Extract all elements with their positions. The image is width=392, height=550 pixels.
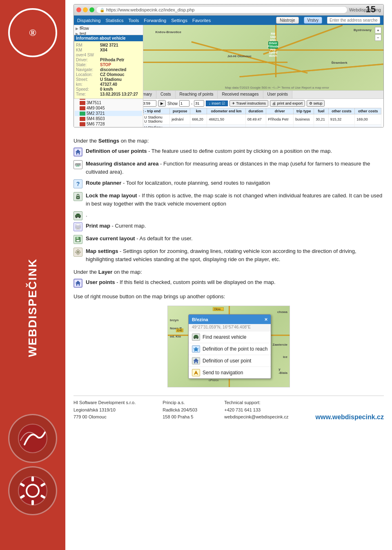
show-to-input[interactable] <box>194 100 204 107</box>
map-zoom-out[interactable]: − <box>375 34 381 41</box>
right-click-section: Use of right mouse button on the map bri… <box>74 293 384 387</box>
car-context-icon-svg <box>193 335 199 340</box>
vehicle-icon <box>80 112 85 116</box>
svg-rect-17 <box>76 165 77 167</box>
settings-section: Under the Settings on the map: Definitio… <box>74 138 384 263</box>
vrstvy-button[interactable]: Vrstvy <box>304 17 322 24</box>
find-vehicle-label: Find nearest vehicle <box>203 334 246 340</box>
ruler-icon <box>74 160 82 169</box>
map-zoom-in[interactable]: + <box>375 27 381 34</box>
nav-dispatching[interactable]: Dispatching <box>77 18 100 23</box>
vehicle-name: 5M2 3721 <box>87 111 105 116</box>
browser-close-btn[interactable] <box>76 7 81 12</box>
nastroje-button[interactable]: Nástroje <box>276 17 298 24</box>
vehicle-group-frow[interactable]: ▶ fRow <box>75 26 142 31</box>
city-label-stramberk: Štramberk <box>331 61 347 65</box>
vehicle-label: fRow <box>80 26 89 31</box>
nav-statistics[interactable]: Statistics <box>105 18 123 23</box>
list-item[interactable]: 5M4 8503 <box>75 116 142 121</box>
cell-purpose: jednání <box>170 125 190 127</box>
vehicle-icon <box>80 117 85 121</box>
show-from-input[interactable] <box>179 100 189 107</box>
tab-costs[interactable]: Costs <box>156 91 176 98</box>
nav-tools[interactable]: Tools <box>129 18 139 23</box>
browser-url-bar[interactable]: 🔒 https://www.webdispecink.cz/index_disp… <box>96 6 347 13</box>
address-search-input[interactable] <box>327 17 380 24</box>
bold-text: Measuring distance and area <box>86 161 158 167</box>
save-icon-svg <box>75 236 81 243</box>
nav-settings[interactable]: Settings <box>171 18 187 23</box>
road-h1 <box>143 49 383 51</box>
cell-km: 593,80 <box>190 125 207 127</box>
svg-marker-49 <box>194 358 198 363</box>
bold-text: Lock the map layout <box>86 192 137 199</box>
list-item[interactable]: 4M9 0045 <box>75 105 142 111</box>
context-item-def-point[interactable]: Definition of the point to reach <box>189 343 271 355</box>
page-number: 15 <box>366 4 376 15</box>
travel-btn[interactable]: ✈ Travel instructions <box>229 100 268 107</box>
feature-text-print-map: Print map - Current map. <box>86 222 146 230</box>
support-label: Technical support: <box>224 399 288 407</box>
info-label-street: Street: <box>76 77 98 82</box>
bold-text: Definition of user points <box>86 148 147 154</box>
layer-section-title: Under the Layer on the map: <box>74 269 384 275</box>
user-point-label: Definition of user point <box>203 358 251 364</box>
svg-point-47 <box>197 338 198 339</box>
city-label-kneov: Kněov-Bravotice <box>155 30 181 34</box>
browser-min-btn[interactable] <box>83 7 88 12</box>
nav-favorites[interactable]: Favorites <box>192 18 211 23</box>
tab-reaching-points[interactable]: Reaching of points <box>176 91 218 98</box>
logo-r: ® <box>29 27 36 38</box>
map-area[interactable]: Kněov-Bravotice Bystrovany Jet-Hi Olomou… <box>143 25 383 90</box>
vehicle-name: 5M4 8503 <box>87 116 105 121</box>
cell-fuel: 30,21 <box>314 114 328 125</box>
print-export-btn[interactable]: 🖨 print and export <box>270 100 305 107</box>
context-item-find-vehicle[interactable]: Find nearest vehicle <box>189 331 271 343</box>
info-val-driver: Příhoda Petr <box>100 58 124 62</box>
vehicle-icon <box>80 122 85 126</box>
bold-text: User points <box>86 279 115 285</box>
list-item[interactable]: 5M6 7728 <box>75 121 142 127</box>
svg-rect-33 <box>78 237 79 239</box>
svg-rect-6 <box>31 500 34 505</box>
feature-desc: - The feature used to define custom poin… <box>148 148 332 154</box>
settings-section-title: Under the Settings on the map: <box>74 138 384 144</box>
list-item[interactable]: 5M2 3721 <box>75 111 142 116</box>
insert-btn[interactable]: ↓ insert ☑ <box>206 101 228 106</box>
context-menu-container: chowa Zawiercie ice y-Biala Nowa R od. K… <box>74 306 384 387</box>
tab-user-points[interactable]: User points <box>263 91 293 98</box>
nav-forwarding[interactable]: Forwarding <box>144 18 166 23</box>
feature-desc: - Tool for localization, route planning,… <box>123 180 270 186</box>
pin-icon-svg <box>193 346 199 352</box>
context-item-user-point[interactable]: Definition of user point <box>189 355 271 367</box>
popup-coords: 49°27'31.059"N, 16°57'46.408"E <box>189 324 271 331</box>
col-odometer: odometer end km <box>207 108 245 114</box>
show-label: Show <box>167 101 178 106</box>
feature-text-user-points-layer: User points - If this field is checked, … <box>86 278 276 286</box>
ctx-city-biala: y-Biala <box>278 367 287 375</box>
context-item-navigation[interactable]: Send to navigation <box>189 367 271 378</box>
svg-rect-19 <box>78 165 79 167</box>
next-btn[interactable]: ▶ <box>158 100 166 107</box>
footer: HI Software Development s.r.o. Legionářs… <box>74 396 384 421</box>
company-address: Legionářská 1319/10 <box>74 407 136 414</box>
browser-max-btn[interactable] <box>89 7 94 12</box>
footer-support: Technical support: +420 731 641 133 webd… <box>224 399 288 421</box>
cell-other: 915,32 <box>328 114 355 125</box>
settings-rest: on the map: <box>121 138 149 144</box>
popup-close-btn[interactable]: × <box>265 316 268 322</box>
list-item[interactable]: 3M7511 <box>75 100 142 105</box>
tab-received-msgs[interactable]: Received messages <box>218 91 263 98</box>
feature-lock-map: Lock the map layout - If this option is … <box>74 192 384 208</box>
cell-other2: 169,00 <box>355 114 381 125</box>
feature-measuring: Measuring distance and area - Function f… <box>74 160 384 176</box>
bold-text: Map settings <box>86 248 118 254</box>
setup-btn[interactable]: ⚙ setup <box>307 100 325 107</box>
print-icon-svg <box>75 224 81 230</box>
footer-website[interactable]: www.webdispecink.cz <box>316 414 384 421</box>
svg-rect-37 <box>78 254 78 255</box>
settings-bold: Settings <box>98 138 119 144</box>
info-label-speed: Speed: <box>76 87 98 92</box>
dispatching-bar: Dispatching Statistics Tools Forwarding … <box>74 16 383 25</box>
info-val-time: 13.02.2015 13:27:27 <box>100 92 138 96</box>
